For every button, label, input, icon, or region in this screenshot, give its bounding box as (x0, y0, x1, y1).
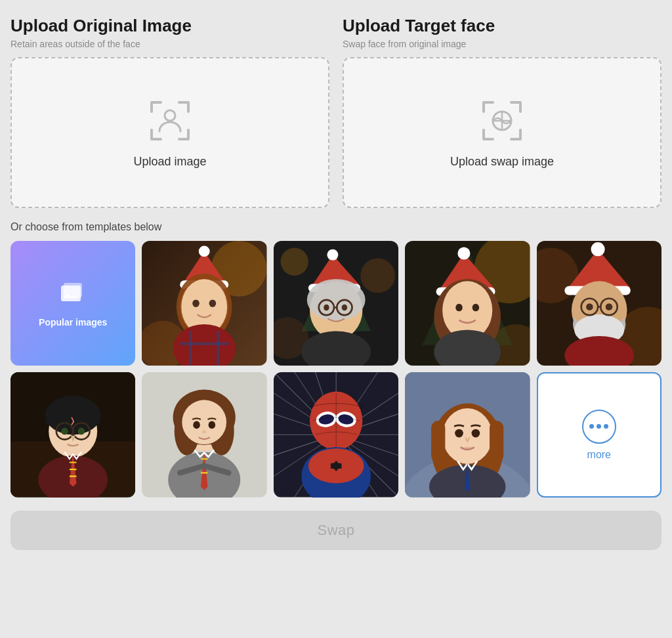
svg-point-48 (472, 304, 480, 312)
popular-images-label: Popular images (39, 316, 107, 328)
more-label: more (587, 449, 611, 461)
svg-point-44 (458, 247, 471, 260)
svg-point-17 (209, 299, 217, 307)
upload-target-zone[interactable]: Upload swap image (343, 57, 662, 208)
globe-face-icon (478, 97, 526, 144)
template-girl-santa[interactable] (142, 241, 266, 366)
dot-1 (589, 424, 594, 429)
upload-target-title: Upload Target face (343, 16, 662, 36)
dot-2 (597, 424, 601, 429)
svg-point-87 (194, 421, 201, 429)
template-hermione[interactable] (142, 372, 266, 497)
template-teen-santa[interactable] (405, 241, 530, 366)
svg-point-123 (442, 408, 492, 464)
swap-button[interactable]: Swap (10, 511, 662, 550)
upload-target-panel: Upload Target face Swap face from origin… (343, 16, 662, 208)
svg-point-35 (324, 305, 329, 311)
svg-point-55 (591, 242, 604, 256)
svg-point-12 (199, 245, 210, 257)
template-girl-portrait[interactable] (405, 372, 530, 497)
svg-rect-124 (431, 421, 445, 462)
swap-button-container: Swap (10, 511, 662, 550)
svg-point-64 (605, 303, 612, 310)
templates-section: Or choose from templates below Popular i… (10, 221, 662, 498)
template-harry-potter[interactable] (10, 372, 135, 497)
svg-point-75 (78, 428, 85, 435)
templates-grid: Popular images (10, 241, 662, 498)
svg-point-63 (586, 303, 593, 310)
more-dots-circle (582, 410, 616, 444)
popular-images-icon (58, 279, 87, 311)
template-spiderman[interactable] (274, 372, 398, 497)
svg-point-31 (307, 279, 366, 320)
svg-point-0 (165, 110, 175, 121)
svg-point-89 (202, 431, 206, 433)
dot-3 (604, 424, 608, 429)
svg-rect-5 (61, 286, 81, 301)
upload-original-zone[interactable]: Upload image (10, 57, 329, 208)
svg-point-88 (209, 421, 216, 429)
upload-original-label: Upload image (133, 155, 206, 169)
templates-label: Or choose from templates below (10, 221, 662, 233)
popular-images-tile[interactable]: Popular images (10, 241, 135, 366)
upload-original-panel: Upload Original Image Retain areas outsi… (10, 16, 329, 208)
svg-point-23 (280, 248, 308, 276)
template-woman-santa[interactable] (274, 241, 398, 366)
more-tile[interactable]: more (537, 372, 662, 497)
svg-point-29 (327, 249, 338, 261)
svg-point-24 (360, 258, 395, 293)
svg-point-6 (64, 289, 67, 292)
upload-original-subtitle: Retain areas outside of the face (10, 39, 329, 49)
svg-point-127 (472, 429, 480, 438)
svg-point-47 (455, 304, 463, 312)
face-scan-icon (146, 97, 194, 144)
upload-target-label: Upload swap image (450, 155, 554, 169)
svg-point-74 (61, 428, 68, 435)
upload-section: Upload Original Image Retain areas outsi… (10, 16, 662, 208)
svg-point-86 (182, 400, 227, 445)
upload-target-subtitle: Swap face from original image (343, 39, 662, 49)
svg-point-126 (455, 429, 463, 438)
svg-point-36 (341, 305, 346, 311)
template-man-santa[interactable] (537, 241, 662, 366)
svg-point-16 (193, 299, 200, 307)
upload-original-title: Upload Original Image (10, 16, 329, 36)
svg-rect-125 (490, 421, 503, 462)
